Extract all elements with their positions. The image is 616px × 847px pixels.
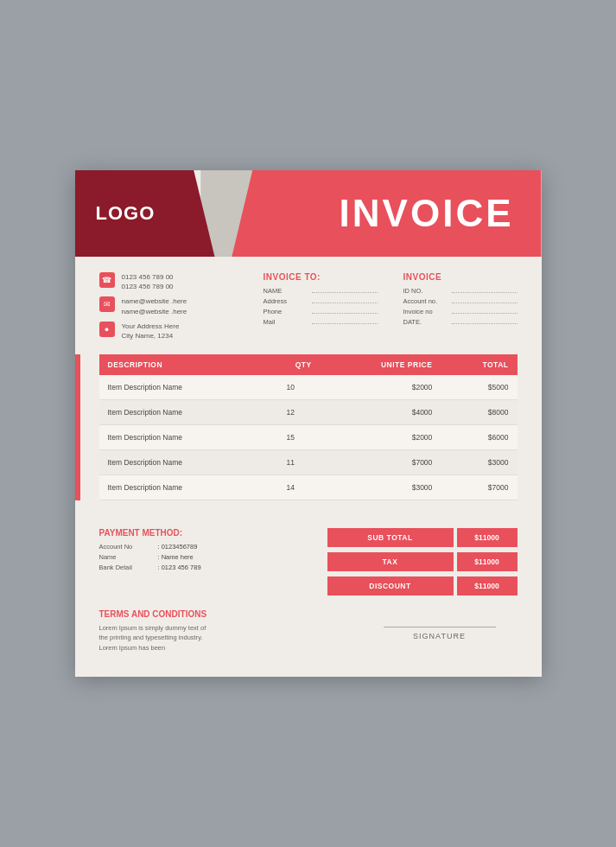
invoice-number: Invoice no — [403, 308, 518, 315]
cell-qty: 10 — [261, 375, 321, 400]
payment-row: Name: Name here — [99, 553, 314, 561]
total-row: TAX $11000 — [327, 552, 518, 571]
cell-description: Item Description Name — [99, 475, 261, 500]
header-dark-box: LOGO — [75, 170, 215, 257]
contact-left: ☎ 0123 456 789 00 0123 456 789 00 ✉ name… — [99, 272, 238, 346]
contact-section: ☎ 0123 456 789 00 0123 456 789 00 ✉ name… — [75, 257, 542, 354]
invoice-details-block: INVOICE ID NO. Account no. Invoice no DA… — [403, 272, 518, 346]
invoice-to-block: INVOICE TO: NAME Address Phone Mail — [264, 272, 378, 346]
cell-description: Item Description Name — [99, 450, 261, 475]
invoice-date: DATE. — [403, 318, 518, 326]
contact-email-item: ✉ name@website .here name@website .here — [99, 296, 238, 315]
invoice-account: Account no. — [403, 297, 518, 305]
cell-total: $7000 — [441, 475, 517, 500]
terms-section: TERMS AND CONDITIONS Lorem Ipsum is simp… — [75, 595, 542, 653]
payment-row: Bank Detail: 0123 456 789 — [99, 564, 314, 571]
col-total: TOTAL — [441, 354, 517, 375]
payment-row: Account No: 0123456789 — [99, 543, 314, 551]
cell-total: $8000 — [441, 400, 517, 425]
invoice-page: INVOICE LOGO ☎ 0123 456 789 00 0123 456 … — [75, 170, 542, 677]
cell-description: Item Description Name — [99, 400, 261, 425]
invoice-to-title: INVOICE TO: — [264, 272, 378, 282]
cell-total: $6000 — [441, 425, 517, 450]
terms-title: TERMS AND CONDITIONS — [99, 609, 348, 619]
invoice-title: INVOICE — [340, 192, 514, 235]
cell-description: Item Description Name — [99, 425, 261, 450]
total-label: TAX — [327, 552, 454, 571]
invoice-info-section: INVOICE TO: NAME Address Phone Mail — [264, 272, 518, 346]
location-icon: ● — [99, 322, 115, 337]
table-row: Item Description Name 12 $4000 $8000 — [99, 400, 518, 425]
email-icon: ✉ — [99, 296, 115, 312]
cell-price: $3000 — [321, 475, 441, 500]
contact-email: name@website .here name@website .here — [122, 296, 187, 315]
invoice-to-mail: Mail — [264, 318, 378, 326]
cell-qty: 15 — [261, 425, 321, 450]
cell-price: $7000 — [321, 450, 441, 475]
table-header-row: DESCRIPTION QTY UNITE PRICE TOTAL — [99, 354, 518, 375]
cell-price: $4000 — [321, 400, 441, 425]
cell-total: $5000 — [441, 375, 517, 400]
contact-phone: 0123 456 789 00 0123 456 789 00 — [122, 272, 174, 291]
invoice-to-name: NAME — [264, 287, 378, 295]
cell-total: $3000 — [441, 450, 517, 475]
payment-method-block: PAYMENT METHOD: Account No: 0123456789Na… — [99, 528, 314, 574]
table-row: Item Description Name 15 $2000 $6000 — [99, 425, 518, 450]
col-unit-price: UNITE PRICE — [321, 354, 441, 375]
header: INVOICE LOGO — [75, 170, 542, 257]
cell-qty: 14 — [261, 475, 321, 500]
col-qty: QTY — [261, 354, 321, 375]
invoice-to-phone: Phone — [264, 308, 378, 315]
terms-block: TERMS AND CONDITIONS Lorem Ipsum is simp… — [99, 609, 348, 653]
contact-phone-item: ☎ 0123 456 789 00 0123 456 789 00 — [99, 272, 238, 291]
signature-block: SIGNATURE — [362, 609, 518, 640]
cell-qty: 12 — [261, 400, 321, 425]
phone-icon: ☎ — [99, 272, 115, 288]
table-row: Item Description Name 11 $7000 $3000 — [99, 450, 518, 475]
total-value: $11000 — [457, 528, 518, 547]
table-row: Item Description Name 14 $3000 $7000 — [99, 475, 518, 500]
cell-price: $2000 — [321, 375, 441, 400]
signature-line — [384, 627, 496, 627]
contact-address: Your Address Here City Name, 1234 — [122, 322, 180, 341]
totals-block: SUB TOTAL $11000 TAX $11000 DISCOUNT $11… — [327, 528, 518, 595]
terms-text: Lorem Ipsum is simply dummy text of the … — [99, 623, 348, 653]
total-row: DISCOUNT $11000 — [327, 576, 518, 595]
col-description: DESCRIPTION — [99, 354, 261, 375]
bottom-section: PAYMENT METHOD: Account No: 0123456789Na… — [75, 514, 542, 595]
header-red-bg: INVOICE — [206, 170, 542, 257]
total-value: $11000 — [457, 576, 518, 595]
invoice-id: ID NO. — [403, 287, 518, 295]
total-row: SUB TOTAL $11000 — [327, 528, 518, 547]
red-left-bar — [75, 354, 80, 500]
cell-qty: 11 — [261, 450, 321, 475]
cell-description: Item Description Name — [99, 375, 261, 400]
cell-price: $2000 — [321, 425, 441, 450]
payment-title: PAYMENT METHOD: — [99, 528, 314, 538]
invoice-details-title: INVOICE — [403, 272, 518, 282]
invoice-to-address: Address — [264, 297, 378, 305]
table-row: Item Description Name 10 $2000 $5000 — [99, 375, 518, 400]
contact-address-item: ● Your Address Here City Name, 1234 — [99, 322, 238, 341]
invoice-table: DESCRIPTION QTY UNITE PRICE TOTAL Item D… — [99, 354, 518, 500]
table-section: DESCRIPTION QTY UNITE PRICE TOTAL Item D… — [75, 354, 542, 500]
signature-label: SIGNATURE — [413, 632, 466, 640]
logo: LOGO — [96, 202, 156, 225]
total-value: $11000 — [457, 552, 518, 571]
total-label: DISCOUNT — [327, 576, 454, 595]
total-label: SUB TOTAL — [327, 528, 454, 547]
